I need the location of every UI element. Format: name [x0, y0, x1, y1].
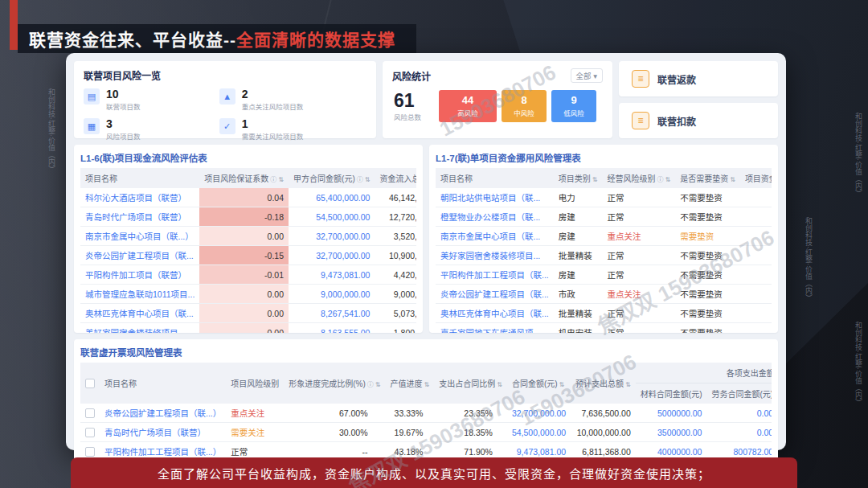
column-header[interactable]: 甲方合同金额(元)ⓘ⇅ [289, 168, 375, 188]
fund-balance-cell[interactable]: 5,425,000 [740, 323, 772, 334]
column-header[interactable]: 项目风险保证系数ⓘ⇅ [199, 168, 289, 188]
contract-amount-cell[interactable]: 65,400,000.00 [289, 188, 375, 207]
sort-icon[interactable]: ⇅ [375, 381, 381, 388]
column-header[interactable]: 项目类别⇅ [554, 168, 603, 188]
fund-balance-cell[interactable]: 3,733,500 [740, 285, 772, 304]
sort-icon[interactable]: ⇅ [559, 381, 565, 388]
project-link[interactable]: 嘉禾家园地下车库通风项... [440, 326, 549, 333]
contract-amount-cell[interactable]: 8,163,555.00 [289, 323, 375, 334]
column-header[interactable]: 资金流入总额ⓘ⇅ [375, 168, 416, 188]
fund-balance-cell[interactable]: 1,096,000 [740, 246, 772, 265]
table-row[interactable]: 青岛时代广场项目（联营） 需要关注 30.00% 19.67% 18.35% 5… [80, 423, 772, 442]
column-header[interactable]: 是否需要垫资⇅ [675, 168, 740, 188]
column-header[interactable]: 合同金额(元)⇅ [507, 363, 571, 404]
table-row[interactable]: 奥林匹克体育中心项目（联... 0.00 8,267,541.00 5,073,… [80, 304, 416, 323]
risk-level-value: 8 [502, 95, 547, 106]
labor-amount-cell[interactable]: 0.00 [706, 404, 772, 423]
refund-action-card[interactable]: ≡ 联营返款 [619, 61, 778, 96]
row-checkbox[interactable] [85, 447, 95, 457]
table-row[interactable]: 平阳构件加工项目（联营） -0.01 9,473,081.00 4,420,46… [80, 265, 416, 285]
column-header[interactable]: 材料合同金额(元) [636, 383, 707, 404]
sort-icon[interactable]: ⇅ [730, 176, 735, 183]
column-header[interactable]: 项目名称 [80, 168, 199, 188]
column-header[interactable]: 产值进度⇅ [386, 363, 435, 404]
sort-icon[interactable]: ⇅ [592, 176, 598, 183]
table-row[interactable]: 城市管理应急联动1011项目... 0.00 9,000,000.00 9,00… [80, 285, 416, 304]
row-checkbox[interactable] [85, 428, 95, 437]
project-link[interactable]: 炎帝公园扩建工程项目（联... [85, 249, 194, 261]
project-link[interactable]: 奥林匹克体育中心项目（联... [440, 307, 549, 319]
column-header[interactable]: 支出占合同比例⇅ [434, 363, 507, 404]
table-row[interactable]: 科尔沁大酒店项目（联营） 0.04 65,400,000.00 46,142,3… [80, 188, 416, 207]
fund-balance-cell[interactable]: 0 [740, 188, 772, 207]
project-link[interactable]: 平阳构件加工项目（联营） [85, 269, 194, 281]
contract-amount-cell[interactable]: 54,500,000.00 [507, 423, 571, 442]
table-row[interactable]: 奥林匹克体育中心项目（联... 批量精装 正常 不需要垫资 4,421,335 [436, 304, 772, 323]
project-link[interactable]: 城市管理应急联动1011项目... [85, 288, 194, 300]
column-header[interactable]: 项目名称 [436, 168, 554, 188]
row-checkbox[interactable] [85, 408, 95, 418]
table-row[interactable]: 炎帝公园扩建工程项目（联... 市政 重点关注 不需要垫资 3,733,500 [436, 285, 772, 304]
table-row[interactable]: 南京市金属中心项目（联...） 0.00 32,700,000.00 3,520… [80, 227, 416, 246]
project-link[interactable]: 平阳构件加工工程项目（联... [440, 269, 549, 281]
project-link[interactable]: 奥林匹克体育中心项目（联... [85, 307, 194, 319]
column-header[interactable]: 形象进度完成比例(%)ⓘ⇅ [284, 363, 385, 404]
column-header[interactable]: 经营风险级别ⓘ⇅ [602, 168, 675, 188]
sort-icon[interactable]: ⇅ [665, 176, 670, 183]
column-header[interactable]: 预计支出总额⇅ [571, 363, 636, 404]
fund-balance-cell[interactable]: 4,421,335 [740, 304, 772, 323]
table-row[interactable]: 嘉禾家园地下车库通风项... 机电安装 正常 不需要垫资 5,425,000 [436, 323, 772, 334]
project-link[interactable]: 青岛时代广场项目（联营） [104, 426, 221, 438]
table-row[interactable]: 炎帝公园扩建工程项目（联...） 重点关注 67.00% 33.33% 23.3… [80, 404, 772, 423]
project-link[interactable]: 橙墅物业办公楼项目（联... [440, 211, 549, 223]
fund-balance-cell[interactable]: 951,900 [740, 227, 772, 246]
fund-balance-cell[interactable]: 374,333 [740, 207, 772, 227]
table-row[interactable]: 橙墅物业办公楼项目（联... 房建 正常 不需要垫资 374,333 [436, 207, 772, 227]
project-link[interactable]: 炎帝公园扩建工程项目（联...） [104, 407, 221, 419]
table-row[interactable]: 美好家园宿舍楼装修项目... 批量精装 正常 不需要垫资 1,096,000 [436, 246, 772, 265]
contract-amount-cell[interactable]: 8,267,541.00 [289, 304, 375, 323]
project-link[interactable]: 美好家园宿舍楼装修项目... [85, 326, 194, 333]
deduction-action-card[interactable]: ≡ 联营扣款 [619, 103, 778, 138]
contract-amount-cell[interactable]: 32,700,000.00 [289, 246, 375, 265]
project-link[interactable]: 青岛时代广场项目（联营） [85, 211, 194, 223]
project-link[interactable]: 科尔沁大酒店项目（联营） [85, 191, 194, 203]
table-row[interactable]: 朝阳北站供电站项目（联... 电力 正常 不需要垫资 0 [436, 188, 772, 207]
risk-filter-dropdown[interactable]: 全部 ▾ [571, 68, 603, 83]
table-row[interactable]: 南京市金属中心项目（联... 房建 重点关注 需要垫资 951,900 [436, 227, 772, 246]
fund-balance-cell[interactable]: 1,132,362 [740, 265, 772, 285]
table-row[interactable]: 青岛时代广场项目（联营） -0.18 54,500,000.00 12,720,… [80, 207, 416, 227]
column-header[interactable]: 项目名称 [100, 363, 226, 404]
project-link[interactable]: 平阳构件加工工程项目（联...） [104, 445, 221, 457]
column-header[interactable]: 项目资金池余额(元)ⓘ⇅ [740, 168, 772, 188]
column-header[interactable]: 项目风险级别 [226, 363, 284, 404]
labor-amount-cell[interactable]: 0.00 [706, 423, 772, 442]
contract-amount-cell[interactable]: 32,700,000.00 [507, 404, 571, 423]
risk-level-cell: 重点关注 [226, 404, 284, 423]
project-link[interactable]: 南京市金属中心项目（联... [440, 230, 549, 242]
table-row[interactable]: 炎帝公园扩建工程项目（联... -0.15 32,700,000.00 10,9… [80, 246, 416, 265]
project-link[interactable]: 炎帝公园扩建工程项目（联... [440, 288, 549, 300]
table-row[interactable]: 平阳构件加工工程项目（联... 房建 正常 不需要垫资 1,132,362 [436, 265, 772, 285]
table-row[interactable]: 美好家园宿舍楼装修项目... 0.00 8,163,555.00 1,800,0… [80, 323, 416, 334]
project-link[interactable]: 南京市金属中心项目（联...） [85, 230, 194, 242]
sort-icon[interactable]: ⇅ [365, 176, 371, 183]
risk-coef-cell: -0.01 [199, 265, 289, 285]
project-name-cell: 南京市金属中心项目（联... [436, 227, 554, 246]
risk-level-cell: 正常 [602, 188, 675, 207]
sort-icon[interactable]: ⇅ [278, 176, 284, 183]
contract-amount-cell[interactable]: 9,473,081.00 [289, 265, 375, 285]
inflow-cell: 5,073,541.00 [375, 304, 416, 323]
contract-amount-cell[interactable]: 9,000,000.00 [289, 285, 375, 304]
sort-icon[interactable]: ⇅ [497, 381, 502, 388]
sort-icon[interactable]: ⇅ [625, 381, 631, 388]
select-all-checkbox[interactable] [85, 379, 95, 388]
sort-icon[interactable]: ⇅ [424, 381, 430, 388]
contract-amount-cell[interactable]: 54,500,000.00 [289, 207, 375, 227]
material-amount-cell[interactable]: 3500000.00 [636, 423, 707, 442]
contract-amount-cell[interactable]: 32,700,000.00 [289, 227, 375, 246]
column-header[interactable]: 劳务合同金额(元) [706, 383, 772, 404]
project-link[interactable]: 朝阳北站供电站项目（联... [440, 191, 549, 203]
material-amount-cell[interactable]: 5000000.00 [636, 404, 707, 423]
project-link[interactable]: 美好家园宿舍楼装修项目... [440, 249, 549, 261]
